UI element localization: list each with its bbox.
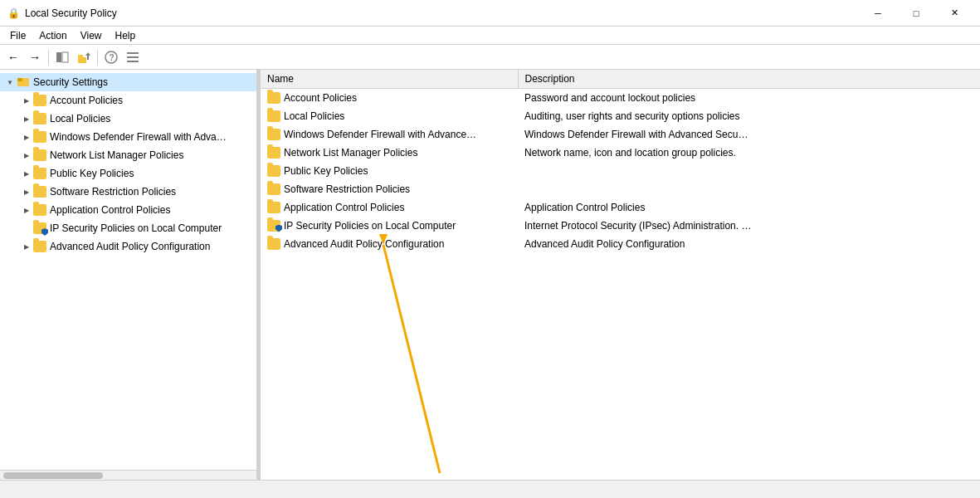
- back-button[interactable]: ←: [3, 47, 23, 67]
- folder-icon: [267, 110, 280, 122]
- tree-item-ip-security[interactable]: IP Security Policies on Local Computer: [0, 219, 256, 237]
- close-button[interactable]: ✕: [935, 0, 973, 27]
- table-row[interactable]: IP Security Policies on Local ComputerIn…: [261, 217, 980, 235]
- table-row[interactable]: Advanced Audit Policy ConfigurationAdvan…: [261, 235, 980, 253]
- policy-name-label: Account Policies: [284, 92, 357, 104]
- expand-windows-defender[interactable]: ▶: [20, 130, 33, 144]
- menu-file[interactable]: File: [3, 28, 32, 43]
- table-row[interactable]: Account PoliciesPassword and account loc…: [261, 89, 980, 107]
- svg-rect-8: [127, 52, 139, 54]
- table-cell-name: IP Security Policies on Local Computer: [261, 217, 518, 235]
- ip-security-label: IP Security Policies on Local Computer: [50, 222, 222, 234]
- folder-icon: [267, 238, 280, 250]
- expand-security-settings[interactable]: ▼: [3, 76, 17, 89]
- expand-app-control[interactable]: ▶: [20, 203, 33, 217]
- toolbar-separator-2: [97, 49, 98, 66]
- folder-icon: [267, 202, 280, 213]
- tree-item-windows-defender[interactable]: ▶ Windows Defender Firewall with Adva…: [0, 128, 256, 146]
- tree-item-software-restriction[interactable]: ▶ Software Restriction Policies: [0, 183, 256, 201]
- account-policies-label: Account Policies: [50, 95, 123, 106]
- svg-rect-9: [127, 56, 139, 58]
- local-policies-icon: [33, 112, 46, 125]
- tree-item-public-key[interactable]: ▶ Public Key Policies: [0, 164, 256, 183]
- policy-name-label: Public Key Policies: [284, 165, 368, 177]
- tree-scrollbar[interactable]: [0, 470, 256, 480]
- properties-button[interactable]: [123, 47, 143, 67]
- tree-content: ▼ Security Settings ▶ Account Policies: [0, 70, 256, 470]
- expand-local-policies[interactable]: ▶: [20, 112, 33, 125]
- expand-account-policies[interactable]: ▶: [20, 94, 33, 107]
- title-bar: 🔒 Local Security Policy ─ □ ✕: [0, 0, 980, 27]
- policy-description-label: Internet Protocol Security (IPsec) Admin…: [518, 217, 980, 235]
- local-policies-label: Local Policies: [50, 113, 110, 124]
- app-control-icon: [33, 203, 46, 217]
- table-cell-name: Local Policies: [261, 107, 518, 125]
- tree-panel: ▼ Security Settings ▶ Account Policies: [0, 70, 257, 480]
- expand-software-restriction[interactable]: ▶: [20, 185, 33, 198]
- policy-name-label: Local Policies: [284, 110, 344, 122]
- menu-help[interactable]: Help: [109, 28, 143, 43]
- network-list-label: Network List Manager Policies: [50, 149, 183, 161]
- table-row[interactable]: Public Key Policies: [261, 162, 980, 180]
- table-row[interactable]: Network List Manager PoliciesNetwork nam…: [261, 144, 980, 162]
- policy-description-label: Windows Defender Firewall with Advanced …: [518, 125, 980, 144]
- policy-name-label: Application Control Policies: [284, 202, 404, 213]
- menu-bar: File Action View Help: [0, 27, 980, 45]
- policy-name-label: Software Restriction Policies: [284, 183, 410, 195]
- svg-rect-1: [62, 52, 68, 62]
- tree-item-app-control[interactable]: ▶ Application Control Policies: [0, 201, 256, 219]
- folder-icon: [267, 183, 280, 195]
- software-restriction-label: Software Restriction Policies: [50, 186, 176, 198]
- table-cell-name: Windows Defender Firewall with Advance…: [261, 125, 518, 144]
- policy-name-label: Windows Defender Firewall with Advance…: [284, 129, 476, 140]
- windows-defender-icon: [33, 130, 46, 144]
- folder-icon: [267, 129, 280, 140]
- expand-public-key[interactable]: ▶: [20, 167, 33, 180]
- status-bar: [0, 480, 980, 498]
- svg-rect-0: [56, 52, 61, 62]
- table-row[interactable]: Software Restriction Policies: [261, 180, 980, 198]
- tree-item-local-policies[interactable]: ▶ Local Policies: [0, 110, 256, 128]
- policy-description-label: Advanced Audit Policy Configuration: [518, 235, 980, 253]
- software-restriction-icon: [33, 185, 46, 198]
- up-one-level-button[interactable]: [74, 47, 94, 67]
- toolbar: ← → ?: [0, 45, 980, 70]
- table-row[interactable]: Application Control PoliciesApplication …: [261, 198, 980, 217]
- tree-item-network-list[interactable]: ▶ Network List Manager Policies: [0, 146, 256, 164]
- shield-folder-icon: [267, 220, 280, 232]
- app-icon: 🔒: [7, 7, 20, 20]
- toolbar-separator-1: [48, 49, 49, 66]
- menu-view[interactable]: View: [74, 28, 109, 43]
- content-table: Name Description Account PoliciesPasswor…: [261, 70, 980, 480]
- expand-network-list[interactable]: ▶: [20, 149, 33, 162]
- security-settings-icon: [17, 76, 30, 89]
- table-cell-name: Account Policies: [261, 89, 518, 107]
- svg-rect-2: [78, 57, 86, 63]
- expand-advanced-audit[interactable]: ▶: [20, 240, 33, 253]
- minimize-button[interactable]: ─: [859, 0, 897, 27]
- main-area: ▼ Security Settings ▶ Account Policies: [0, 70, 980, 480]
- column-header-description[interactable]: Description: [518, 70, 980, 89]
- maximize-button[interactable]: □: [897, 0, 935, 27]
- help-button[interactable]: ?: [101, 47, 121, 67]
- public-key-label: Public Key Policies: [50, 168, 134, 179]
- tree-item-account-policies[interactable]: ▶ Account Policies: [0, 91, 256, 110]
- menu-action[interactable]: Action: [32, 28, 73, 43]
- app-control-label: Application Control Policies: [50, 204, 170, 216]
- forward-button[interactable]: →: [25, 47, 45, 67]
- svg-rect-5: [87, 56, 89, 60]
- column-header-name[interactable]: Name: [261, 70, 518, 89]
- folder-icon: [267, 165, 280, 177]
- public-key-icon: [33, 167, 46, 180]
- expand-ip-security[interactable]: [20, 222, 33, 235]
- window-title: Local Security Policy: [25, 7, 859, 19]
- table-cell-name: Application Control Policies: [261, 198, 518, 217]
- tree-item-security-settings[interactable]: ▼ Security Settings: [0, 73, 256, 91]
- table-row[interactable]: Windows Defender Firewall with Advance…W…: [261, 125, 980, 144]
- policy-table: Name Description Account PoliciesPasswor…: [261, 70, 980, 253]
- table-row[interactable]: Local PoliciesAuditing, user rights and …: [261, 107, 980, 125]
- policy-description-label: [518, 180, 980, 198]
- scrollbar-thumb[interactable]: [3, 472, 103, 479]
- show-hide-button[interactable]: [52, 47, 72, 67]
- tree-item-advanced-audit[interactable]: ▶ Advanced Audit Policy Configuration: [0, 237, 256, 256]
